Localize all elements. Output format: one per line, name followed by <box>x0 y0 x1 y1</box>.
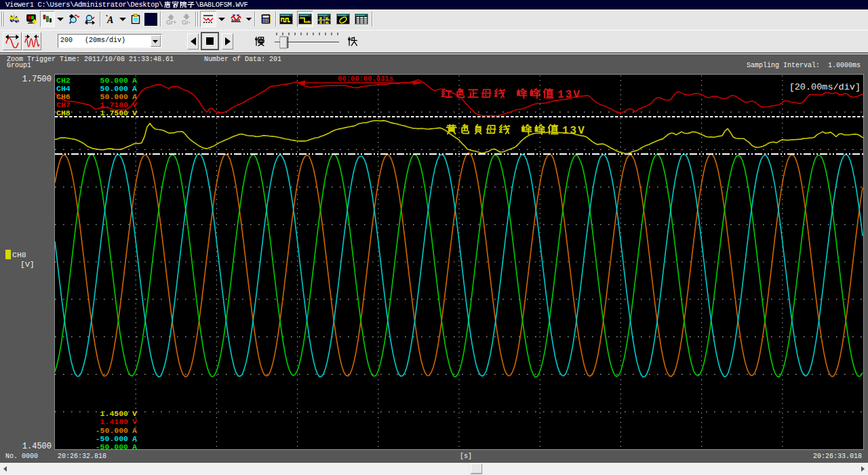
svg-text:V: V <box>132 417 137 426</box>
svg-text:1.7500: 1.7500 <box>100 109 129 117</box>
svg-text:13V: 13V <box>557 89 581 101</box>
svg-text:00:00:00.031s: 00:00:00.031s <box>338 75 393 83</box>
svg-text:-50.000: -50.000 <box>96 434 128 443</box>
svg-text:A: A <box>132 434 137 443</box>
svg-text:-50.000: -50.000 <box>96 442 128 450</box>
svg-text:CH8: CH8 <box>56 109 71 117</box>
svg-text:V: V <box>132 109 137 117</box>
svg-text:A: A <box>132 426 137 435</box>
svg-text:-50.000: -50.000 <box>96 426 128 435</box>
svg-text:[20.00ms/div]: [20.00ms/div] <box>789 82 861 92</box>
svg-text:V: V <box>132 409 137 418</box>
svg-text:13V: 13V <box>562 125 586 137</box>
svg-text:A: A <box>132 442 137 450</box>
svg-text:1.4500: 1.4500 <box>100 409 129 418</box>
svg-text:1.4189: 1.4189 <box>100 417 129 426</box>
